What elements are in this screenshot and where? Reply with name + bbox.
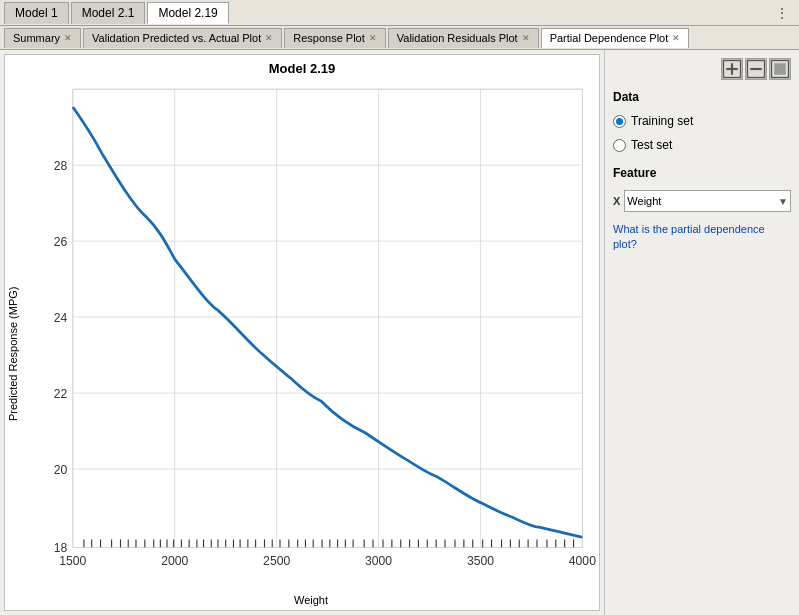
svg-text:24: 24	[54, 311, 68, 325]
sub-tab-partial-dep[interactable]: Partial Dependence Plot ✕	[541, 28, 690, 48]
svg-text:2000: 2000	[161, 554, 188, 568]
sub-tab-val-actual[interactable]: Validation Predicted vs. Actual Plot ✕	[83, 28, 282, 48]
zoom-in-button[interactable]	[721, 58, 743, 80]
tab-model2-19-label: Model 2.19	[158, 6, 217, 20]
svg-rect-91	[774, 63, 785, 74]
sub-tab-summary-label: Summary	[13, 32, 60, 44]
svg-text:3500: 3500	[467, 554, 494, 568]
main-content: Model 2.19 Predicted Response (MPG)	[0, 50, 799, 615]
svg-text:4000: 4000	[569, 554, 596, 568]
x-axis-label: Weight	[23, 592, 599, 610]
sub-tab-val-actual-label: Validation Predicted vs. Actual Plot	[92, 32, 261, 44]
svg-text:26: 26	[54, 235, 68, 249]
sub-tab-val-residuals-label: Validation Residuals Plot	[397, 32, 518, 44]
panel-toolbar	[613, 58, 791, 80]
test-set-label: Test set	[631, 138, 672, 152]
data-section-label: Data	[613, 90, 791, 104]
help-link[interactable]: What is the partial dependence plot?	[613, 222, 791, 253]
title-bar: Model 1 Model 2.1 Model 2.19 ⋮	[0, 0, 799, 26]
chart-area: Model 2.19 Predicted Response (MPG)	[4, 54, 600, 611]
right-panel: Data Training set Test set Feature X Wei…	[604, 50, 799, 615]
sub-tab-val-actual-close[interactable]: ✕	[265, 33, 273, 43]
sub-tab-val-residuals-close[interactable]: ✕	[522, 33, 530, 43]
dropdown-arrow-icon: ▼	[778, 196, 788, 207]
zoom-out-button[interactable]	[745, 58, 767, 80]
sub-tab-bar: Summary ✕ Validation Predicted vs. Actua…	[0, 26, 799, 50]
sub-tab-response-close[interactable]: ✕	[369, 33, 377, 43]
training-set-radio-input[interactable]	[613, 115, 626, 128]
svg-text:2500: 2500	[263, 554, 290, 568]
feature-select-value: Weight	[627, 195, 661, 207]
feature-x-label: X	[613, 195, 620, 207]
chart-inner: Predicted Response (MPG)	[5, 78, 599, 610]
svg-text:22: 22	[54, 387, 68, 401]
sub-tab-response-label: Response Plot	[293, 32, 365, 44]
feature-select[interactable]: Weight ▼	[624, 190, 791, 212]
tab-model2-1-label: Model 2.1	[82, 6, 135, 20]
svg-text:3000: 3000	[365, 554, 392, 568]
sub-tab-partial-dep-label: Partial Dependence Plot	[550, 32, 669, 44]
feature-row: X Weight ▼	[613, 190, 791, 212]
feature-section-label: Feature	[613, 166, 791, 180]
training-set-radio[interactable]: Training set	[613, 114, 791, 128]
tab-model1-label: Model 1	[15, 6, 58, 20]
reset-view-button[interactable]	[769, 58, 791, 80]
tab-model2-19[interactable]: Model 2.19	[147, 2, 228, 24]
svg-text:20: 20	[54, 463, 68, 477]
sub-tab-summary-close[interactable]: ✕	[64, 33, 72, 43]
sub-tab-val-residuals[interactable]: Validation Residuals Plot ✕	[388, 28, 539, 48]
test-set-radio[interactable]: Test set	[613, 138, 791, 152]
svg-text:1500: 1500	[59, 554, 86, 568]
y-axis-label: Predicted Response (MPG)	[5, 78, 23, 610]
svg-text:18: 18	[54, 541, 68, 555]
svg-text:28: 28	[54, 159, 68, 173]
menu-icon[interactable]: ⋮	[769, 5, 795, 21]
svg-rect-0	[73, 89, 583, 547]
chart-plot-container: 18 20 22 24 26 28 1500 2000 2500 3000 35…	[23, 78, 599, 610]
chart-svg-wrapper: 18 20 22 24 26 28 1500 2000 2500 3000 35…	[23, 78, 599, 592]
sub-tab-partial-dep-close[interactable]: ✕	[672, 33, 680, 43]
sub-tab-summary[interactable]: Summary ✕	[4, 28, 81, 48]
chart-title: Model 2.19	[5, 55, 599, 78]
training-set-label: Training set	[631, 114, 693, 128]
test-set-radio-input[interactable]	[613, 139, 626, 152]
chart-svg: 18 20 22 24 26 28 1500 2000 2500 3000 35…	[23, 78, 599, 592]
sub-tab-response[interactable]: Response Plot ✕	[284, 28, 386, 48]
tab-model2-1[interactable]: Model 2.1	[71, 2, 146, 24]
tab-model1[interactable]: Model 1	[4, 2, 69, 24]
